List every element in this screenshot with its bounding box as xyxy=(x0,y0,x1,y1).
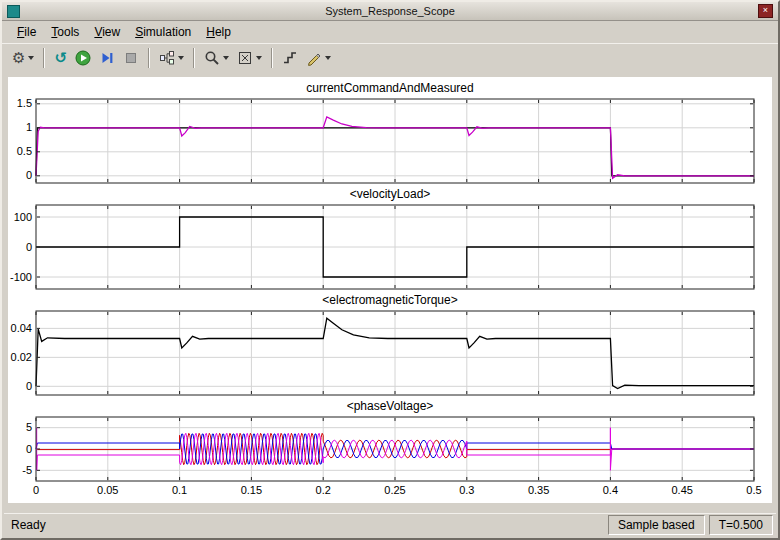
plot-title-velocity: <velocityLoad> xyxy=(8,186,772,202)
svg-text:1.5: 1.5 xyxy=(17,97,32,109)
gear-icon: ⚙ xyxy=(12,50,25,66)
chevron-down-icon xyxy=(325,56,331,60)
svg-text:0: 0 xyxy=(26,241,32,253)
run-button[interactable] xyxy=(71,46,95,70)
menu-help[interactable]: Help xyxy=(199,22,239,42)
svg-text:0.3: 0.3 xyxy=(459,484,474,496)
svg-text:-5: -5 xyxy=(22,464,32,476)
stop-icon xyxy=(123,50,139,66)
menu-file[interactable]: File xyxy=(10,22,44,42)
app-icon xyxy=(7,5,20,18)
stairs-signal-icon xyxy=(282,50,298,66)
svg-text:0.25: 0.25 xyxy=(384,484,405,496)
toolbar-separator xyxy=(43,48,45,68)
svg-text:0.5: 0.5 xyxy=(746,484,761,496)
step-back-button[interactable]: ↺ xyxy=(50,46,71,70)
signal-selector-button[interactable] xyxy=(155,46,188,70)
step-back-icon: ↺ xyxy=(54,50,67,66)
plot-title-torque: <electromagneticTorque> xyxy=(8,292,772,308)
menu-simulation[interactable]: Simulation xyxy=(128,22,199,42)
svg-text:0.04: 0.04 xyxy=(11,322,32,334)
signal-selector-icon xyxy=(159,50,175,66)
plot-current-command-and-measured[interactable]: 00.511.5 xyxy=(8,96,772,186)
zoom-icon xyxy=(204,50,220,66)
statusbar: Ready Sample based T=0.500 xyxy=(4,513,776,536)
triggers-button[interactable] xyxy=(278,46,302,70)
pen-icon xyxy=(306,50,322,66)
status-sample-mode: Sample based xyxy=(608,515,705,535)
menu-tools[interactable]: Tools xyxy=(44,22,87,42)
step-forward-button[interactable] xyxy=(95,46,119,70)
svg-text:5: 5 xyxy=(26,421,32,433)
toolbar-separator xyxy=(193,48,195,68)
svg-text:0.05: 0.05 xyxy=(97,484,118,496)
chevron-down-icon xyxy=(178,56,184,60)
svg-text:0.35: 0.35 xyxy=(528,484,549,496)
plot-phase-voltage[interactable]: -50500.050.10.150.20.250.30.350.40.450.5 xyxy=(8,414,772,500)
chevron-down-icon xyxy=(256,56,262,60)
plot-velocity-load[interactable]: -1000100 xyxy=(8,202,772,292)
svg-text:0.1: 0.1 xyxy=(172,484,187,496)
svg-text:0.2: 0.2 xyxy=(316,484,331,496)
close-button[interactable]: × xyxy=(758,4,773,18)
plot-title-phase-voltage: <phaseVoltage> xyxy=(8,398,772,414)
status-time: T=0.500 xyxy=(709,515,773,535)
stop-button[interactable] xyxy=(119,46,143,70)
titlebar[interactable]: System_Response_Scope × xyxy=(2,2,778,21)
svg-text:0: 0 xyxy=(26,169,32,181)
run-icon xyxy=(75,50,91,66)
svg-text:0.15: 0.15 xyxy=(241,484,262,496)
zoom-button[interactable] xyxy=(200,46,233,70)
plot-electromagnetic-torque[interactable]: 00.020.04 xyxy=(8,308,772,398)
scope-window: System_Response_Scope × File Tools View … xyxy=(0,0,780,540)
svg-text:0.45: 0.45 xyxy=(671,484,692,496)
plot-panel: currentCommandAndMeasured 00.511.5 <velo… xyxy=(8,77,772,503)
status-text: Ready xyxy=(7,518,604,532)
measurements-button[interactable] xyxy=(302,46,335,70)
svg-text:-100: -100 xyxy=(10,271,32,283)
settings-button[interactable]: ⚙ xyxy=(8,46,38,70)
step-forward-icon xyxy=(99,50,115,66)
toolbar-separator xyxy=(271,48,273,68)
plot-title-current: currentCommandAndMeasured xyxy=(8,80,772,96)
svg-text:0.4: 0.4 xyxy=(603,484,618,496)
svg-text:0.5: 0.5 xyxy=(17,145,32,157)
svg-text:0: 0 xyxy=(26,443,32,455)
toolbar-separator xyxy=(148,48,150,68)
svg-text:0: 0 xyxy=(26,380,32,392)
svg-text:0.02: 0.02 xyxy=(11,351,32,363)
svg-text:100: 100 xyxy=(14,211,32,223)
fit-view-icon xyxy=(237,50,253,66)
toolbar: ⚙ ↺ xyxy=(2,43,778,72)
window-title: System_Response_Scope xyxy=(2,5,778,17)
menu-view[interactable]: View xyxy=(87,22,128,42)
chevron-down-icon xyxy=(28,56,34,60)
fit-view-button[interactable] xyxy=(233,46,266,70)
svg-text:0: 0 xyxy=(33,484,39,496)
menubar: File Tools View Simulation Help xyxy=(2,21,778,43)
chevron-down-icon xyxy=(223,56,229,60)
svg-text:1: 1 xyxy=(26,121,32,133)
